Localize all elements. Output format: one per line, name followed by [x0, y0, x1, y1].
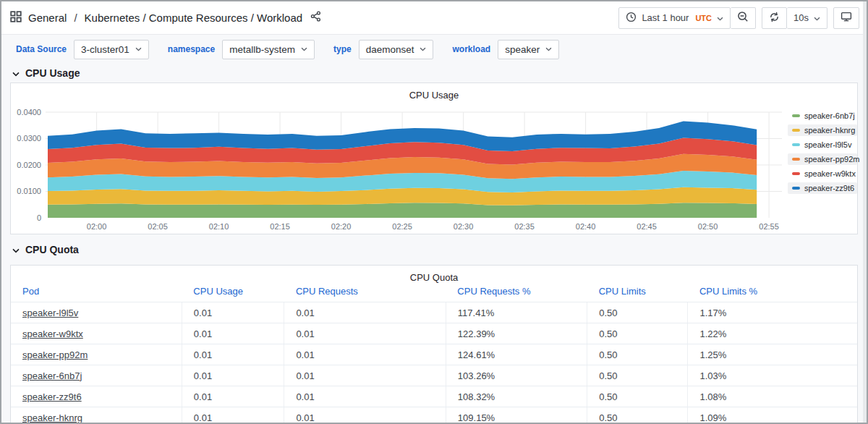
- value-cell: 0.01: [182, 323, 284, 344]
- pod-cell: speaker-l9l5v: [11, 302, 182, 323]
- chevron-down-icon: [717, 12, 723, 23]
- pod-cell: speaker-hknrg: [11, 407, 182, 424]
- svg-text:0.0300: 0.0300: [17, 134, 41, 143]
- breadcrumb[interactable]: General / Kubernetes / Compute Resources…: [10, 11, 618, 25]
- pod-cell: speaker-6nb7j: [11, 365, 182, 386]
- legend-item-speaker-w9ktx[interactable]: speaker-w9ktx: [788, 168, 857, 179]
- filter-value-dropdown[interactable]: speaker: [498, 40, 559, 59]
- filter-value-dropdown[interactable]: 3-cluster01: [74, 40, 149, 59]
- chart-legend: speaker-6nb7jspeaker-hknrgspeaker-l9l5vs…: [788, 110, 857, 194]
- legend-item-speaker-zz9t6[interactable]: speaker-zz9t6: [788, 182, 857, 194]
- value-cell: 0.01: [284, 365, 446, 386]
- pod-link[interactable]: speaker-pp92m: [22, 349, 88, 360]
- table-row: speaker-w9ktx0.010.01122.39%0.501.22%: [11, 323, 857, 344]
- tv-mode-button[interactable]: [833, 7, 859, 29]
- filter-value: metallb-system: [229, 44, 295, 55]
- filter-namespace: namespacemetallb-system: [168, 40, 315, 59]
- legend-item-speaker-6nb7j[interactable]: speaker-6nb7j: [788, 110, 857, 122]
- value-cell: 0.50: [587, 302, 688, 323]
- chevron-down-icon: [12, 244, 20, 255]
- dashboard-title[interactable]: Kubernetes / Compute Resources / Workloa…: [85, 12, 303, 24]
- share-icon[interactable]: [310, 11, 321, 25]
- apps-grid-icon: [10, 11, 22, 25]
- breadcrumb-root[interactable]: General: [28, 12, 67, 24]
- filter-value-dropdown[interactable]: daemonset: [359, 40, 434, 59]
- table-row: speaker-zz9t60.010.01108.32%0.501.08%: [11, 386, 857, 407]
- legend-label: speaker-w9ktx: [804, 169, 856, 178]
- value-cell: 1.03%: [688, 365, 857, 386]
- breadcrumb-separator: /: [74, 12, 77, 24]
- value-cell: 1.08%: [688, 386, 857, 407]
- pod-link[interactable]: speaker-w9ktx: [22, 328, 83, 339]
- section-header-cpu-quota[interactable]: CPU Quota: [12, 242, 79, 257]
- panel-title-cpu-quota[interactable]: CPU Quota: [11, 266, 857, 283]
- svg-text:02:55: 02:55: [759, 222, 779, 231]
- value-cell: 117.41%: [446, 302, 587, 323]
- column-header-cpu-limits-[interactable]: CPU Limits %: [688, 283, 857, 302]
- series-color-swatch: [792, 143, 800, 146]
- toolbar: Last 1 hour UTC: [618, 7, 859, 29]
- legend-item-speaker-pp92m[interactable]: speaker-pp92m: [788, 153, 857, 165]
- refresh-button[interactable]: [762, 7, 787, 29]
- column-header-cpu-requests-[interactable]: CPU Requests %: [446, 283, 587, 302]
- chevron-down-icon: [135, 47, 142, 51]
- value-cell: 0.50: [587, 407, 688, 424]
- legend-label: speaker-hknrg: [804, 126, 855, 135]
- chevron-down-icon: [301, 47, 307, 51]
- filter-value-dropdown[interactable]: metallb-system: [222, 40, 315, 59]
- value-cell: 0.01: [182, 407, 284, 424]
- clock-icon: [626, 12, 637, 25]
- value-cell: 0.01: [182, 302, 284, 323]
- filter-workload: workloadspeaker: [452, 40, 559, 59]
- series-color-swatch: [792, 129, 800, 132]
- svg-text:02:10: 02:10: [209, 222, 229, 231]
- zoom-out-button[interactable]: [731, 7, 756, 29]
- pod-link[interactable]: speaker-hknrg: [22, 412, 82, 423]
- section-title: CPU Quota: [25, 244, 79, 255]
- svg-text:02:35: 02:35: [514, 222, 535, 231]
- table-row: speaker-l9l5v0.010.01117.41%0.501.17%: [11, 302, 857, 323]
- table-row: speaker-hknrg0.010.01109.15%0.501.09%: [11, 407, 857, 424]
- value-cell: 1.09%: [688, 407, 857, 424]
- column-header-cpu-requests[interactable]: CPU Requests: [284, 283, 446, 302]
- pod-cell: speaker-pp92m: [11, 344, 182, 365]
- pod-link[interactable]: speaker-zz9t6: [22, 391, 82, 402]
- value-cell: 1.17%: [688, 302, 857, 323]
- column-header-cpu-usage[interactable]: CPU Usage: [182, 283, 284, 302]
- svg-text:0.0100: 0.0100: [17, 187, 41, 195]
- pod-link[interactable]: speaker-6nb7j: [22, 370, 82, 381]
- value-cell: 0.01: [284, 323, 446, 344]
- series-color-swatch: [792, 114, 800, 117]
- value-cell: 122.39%: [446, 323, 587, 344]
- svg-text:02:05: 02:05: [148, 222, 168, 231]
- svg-text:02:50: 02:50: [698, 222, 718, 231]
- legend-label: speaker-l9l5v: [804, 140, 851, 149]
- zoom-out-icon: [737, 11, 749, 25]
- dashboard-filters: Data Source3-cluster01namespacemetallb-s…: [1, 35, 867, 64]
- value-cell: 0.01: [182, 344, 284, 365]
- value-cell: 0.01: [284, 407, 446, 424]
- column-header-pod[interactable]: Pod: [11, 283, 182, 302]
- section-header-cpu-usage[interactable]: CPU Usage: [12, 66, 80, 80]
- value-cell: 103.26%: [446, 365, 587, 386]
- time-range-picker[interactable]: Last 1 hour UTC: [618, 7, 731, 29]
- value-cell: 108.32%: [446, 386, 587, 407]
- chevron-down-icon: [545, 47, 552, 51]
- legend-item-speaker-l9l5v[interactable]: speaker-l9l5v: [788, 139, 857, 150]
- value-cell: 0.50: [587, 386, 688, 407]
- section-title: CPU Usage: [25, 67, 80, 79]
- refresh-interval-picker[interactable]: 10s: [787, 7, 827, 29]
- cpu-usage-chart-plot[interactable]: 00.01000.02000.03000.040002:0002:0502:10…: [11, 83, 857, 234]
- series-color-swatch: [792, 158, 800, 161]
- svg-text:02:15: 02:15: [270, 222, 290, 231]
- legend-item-speaker-hknrg[interactable]: speaker-hknrg: [788, 124, 857, 136]
- value-cell: 109.15%: [446, 407, 587, 424]
- column-header-cpu-limits[interactable]: CPU Limits: [587, 283, 688, 302]
- value-cell: 0.01: [182, 386, 284, 407]
- value-cell: 0.01: [284, 386, 446, 407]
- page-scrollbar[interactable]: [863, 1, 867, 423]
- chevron-down-icon: [814, 12, 820, 23]
- pod-link[interactable]: speaker-l9l5v: [22, 308, 78, 318]
- navbar: General / Kubernetes / Compute Resources…: [1, 1, 867, 35]
- series-color-swatch: [792, 172, 800, 175]
